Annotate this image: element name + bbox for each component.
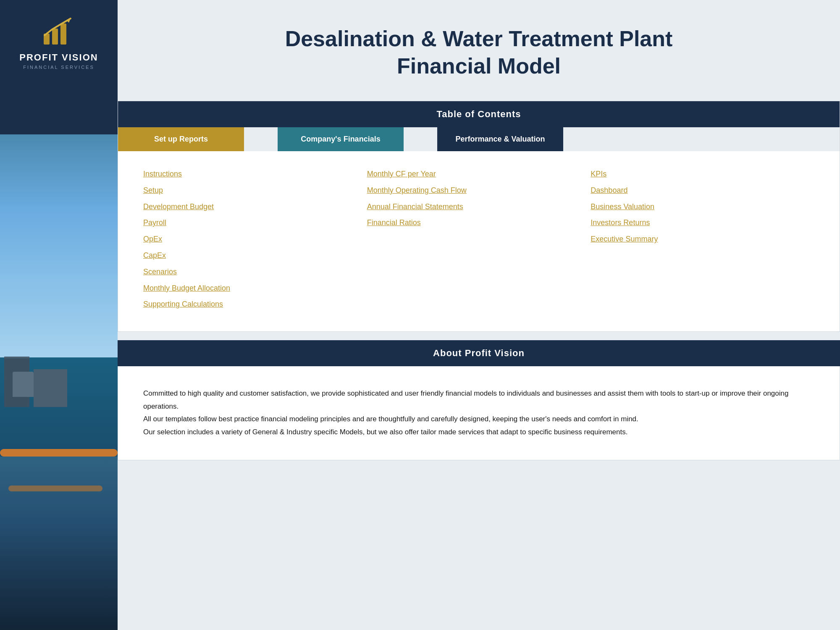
about-content: Committed to high quality and customer s… [118,366,840,460]
link-instructions[interactable]: Instructions [143,168,367,180]
logo-icon [42,17,76,46]
about-section: About Profit Vision Committed to high qu… [118,340,840,460]
link-dashboard[interactable]: Dashboard [591,184,814,197]
toc-col-financials: Monthly CF per Year Monthly Operating Ca… [367,168,591,310]
about-paragraph-3: Our selection includes a variety of Gene… [143,426,814,439]
tab-spacer-2 [404,127,437,151]
link-investors-returns[interactable]: Investors Returns [591,217,814,229]
link-annual-financial-statements[interactable]: Annual Financial Statements [367,201,591,213]
link-business-valuation[interactable]: Business Valuation [591,201,814,213]
toc-tabs: Set up Reports Company's Financials Perf… [118,127,840,151]
tab-company-financials[interactable]: Company's Financials [278,127,404,151]
about-paragraph-1: Committed to high quality and customer s… [143,387,814,413]
link-scenarios[interactable]: Scenarios [143,266,367,278]
link-kpis[interactable]: KPIs [591,168,814,180]
about-header: About Profit Vision [118,340,840,366]
about-paragraph-2: All our templates follow best practice f… [143,413,814,426]
link-monthly-budget-allocation[interactable]: Monthly Budget Allocation [143,282,367,294]
tab-setup-reports[interactable]: Set up Reports [118,127,244,151]
header: Desalination & Water Treatment Plant Fin… [118,0,840,101]
toc-links: Instructions Setup Development Budget Pa… [118,151,840,331]
tab-performance-valuation[interactable]: Performance & Valuation [437,127,563,151]
link-payroll[interactable]: Payroll [143,217,367,229]
link-executive-summary[interactable]: Executive Summary [591,233,814,245]
toc-col-setup: Instructions Setup Development Budget Pa… [143,168,367,310]
toc-col-performance: KPIs Dashboard Business Valuation Invest… [591,168,814,310]
tab-spacer-1 [244,127,278,151]
link-capex[interactable]: CapEx [143,249,367,262]
sidebar-background-image [0,134,118,630]
link-monthly-cf-per-year[interactable]: Monthly CF per Year [367,168,591,180]
tab-fill [563,127,840,151]
link-monthly-operating-cash-flow[interactable]: Monthly Operating Cash Flow [367,184,591,197]
page-title: Desalination & Water Treatment Plant Fin… [143,25,815,80]
svg-rect-2 [60,24,66,45]
main-content: Desalination & Water Treatment Plant Fin… [118,0,840,630]
toc-header: Table of Contents [118,101,840,127]
toc-section: Table of Contents Set up Reports Company… [118,101,840,332]
logo-area: PROFIT VISION FINANCIAL SERVICES [11,0,106,82]
link-supporting-calculations[interactable]: Supporting Calculations [143,298,367,310]
brand-name: PROFIT VISION [19,52,98,63]
svg-rect-1 [52,29,58,45]
link-financial-ratios[interactable]: Financial Ratios [367,217,591,229]
link-development-budget[interactable]: Development Budget [143,201,367,213]
link-setup[interactable]: Setup [143,184,367,197]
link-opex[interactable]: OpEx [143,233,367,245]
brand-sub: FINANCIAL SERVICES [23,65,94,70]
sidebar: PROFIT VISION FINANCIAL SERVICES [0,0,118,630]
